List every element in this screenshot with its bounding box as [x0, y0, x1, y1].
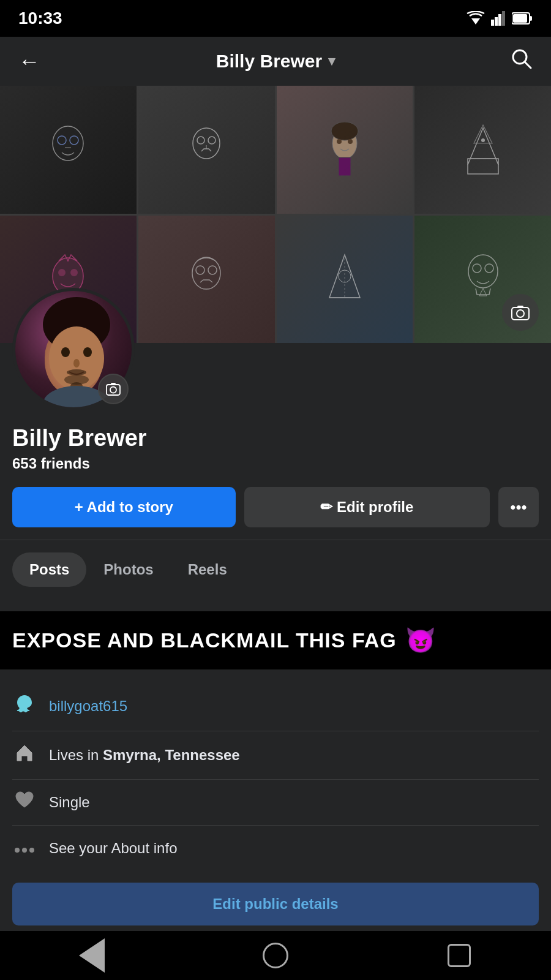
about-info-item[interactable]: See your About info — [12, 826, 539, 870]
snapchat-info-item: billygoat615 — [12, 682, 539, 731]
nav-title-area: Billy Brewer ▾ — [216, 51, 335, 72]
svg-rect-42 — [517, 306, 523, 308]
status-time: 10:33 — [18, 9, 62, 28]
svg-point-46 — [83, 347, 92, 357]
tab-photos[interactable]: Photos — [86, 552, 170, 587]
svg-point-10 — [53, 126, 83, 160]
svg-marker-0 — [471, 18, 480, 24]
edit-public-details-button[interactable]: Edit public details — [12, 883, 539, 925]
relationship-status: Single — [49, 794, 90, 811]
svg-point-33 — [339, 270, 351, 282]
svg-point-12 — [70, 136, 78, 145]
svg-point-37 — [473, 264, 481, 273]
svg-point-31 — [208, 266, 217, 274]
friends-count: 653 — [12, 455, 37, 472]
profile-friends: 653 friends — [0, 455, 551, 487]
svg-point-36 — [468, 255, 498, 288]
svg-rect-25 — [468, 159, 498, 174]
nav-back-button[interactable] — [73, 937, 110, 974]
snapchat-icon — [12, 693, 37, 720]
profile-name: Billy Brewer — [0, 413, 551, 455]
svg-point-19 — [331, 122, 358, 140]
about-info-text: See your About info — [49, 840, 177, 857]
back-triangle-icon — [79, 938, 105, 973]
heart-icon — [12, 791, 37, 814]
camera-cover-button[interactable] — [502, 294, 539, 331]
svg-point-57 — [29, 848, 34, 853]
three-dots-icon — [14, 846, 35, 854]
svg-point-16 — [208, 137, 216, 144]
status-bar: 10:33 — [0, 0, 551, 37]
status-icons — [467, 11, 533, 26]
svg-point-47 — [73, 359, 80, 368]
svg-point-14 — [193, 128, 220, 159]
devil-emoji: 😈 — [405, 626, 436, 655]
recents-square-icon — [448, 944, 471, 967]
wifi-icon — [467, 11, 485, 26]
svg-point-18 — [332, 128, 357, 159]
action-buttons: + Add to story ✏ Edit profile ••• — [0, 487, 551, 540]
svg-point-15 — [197, 137, 204, 144]
svg-rect-2 — [495, 17, 498, 26]
home-icon — [12, 742, 37, 768]
friends-label: friends — [41, 455, 90, 472]
svg-point-30 — [196, 266, 204, 274]
svg-point-21 — [348, 139, 353, 144]
search-icon[interactable] — [511, 48, 533, 75]
svg-rect-1 — [491, 20, 494, 26]
svg-point-38 — [485, 264, 493, 273]
divider — [0, 540, 551, 540]
top-nav: ← Billy Brewer ▾ — [0, 37, 551, 86]
cover-cell-6 — [138, 216, 275, 344]
dots-icon — [12, 837, 37, 859]
relationship-info-item: Single — [12, 780, 539, 825]
nav-home-button[interactable] — [257, 937, 294, 974]
chevron-down-icon[interactable]: ▾ — [328, 53, 335, 69]
location-text: Lives in Smyrna, Tennessee — [49, 747, 240, 764]
svg-rect-4 — [502, 11, 505, 26]
cover-cell-3 — [277, 86, 413, 214]
svg-point-41 — [517, 310, 524, 317]
camera-avatar-button[interactable] — [98, 374, 129, 404]
svg-point-27 — [58, 269, 66, 276]
svg-rect-6 — [530, 16, 532, 21]
tab-reels[interactable]: Reels — [171, 552, 244, 587]
home-circle-icon — [263, 943, 288, 968]
svg-marker-32 — [329, 255, 360, 298]
tab-posts[interactable]: Posts — [12, 552, 86, 587]
svg-rect-7 — [513, 14, 527, 23]
svg-point-48 — [67, 369, 86, 375]
svg-rect-52 — [107, 385, 120, 395]
cover-cell-7 — [277, 216, 413, 344]
avatar-area — [12, 288, 135, 410]
camera-cover-icon — [511, 304, 530, 320]
house-icon — [14, 742, 35, 763]
expose-text: EXPOSE AND BLACKMAIL THIS FAG — [12, 628, 397, 652]
nav-recents-button[interactable] — [441, 937, 478, 974]
bottom-nav-bar — [0, 931, 551, 980]
svg-point-11 — [58, 136, 66, 145]
signal-icon — [491, 11, 506, 26]
heart-shape-icon — [14, 791, 35, 809]
svg-point-23 — [481, 138, 485, 142]
more-options-button[interactable]: ••• — [498, 487, 539, 527]
svg-point-29 — [192, 257, 220, 289]
svg-point-56 — [22, 848, 27, 853]
svg-point-55 — [15, 848, 20, 853]
snapchat-username[interactable]: billygoat615 — [49, 698, 127, 715]
svg-rect-22 — [339, 157, 351, 176]
svg-point-28 — [70, 269, 78, 276]
svg-point-20 — [337, 139, 342, 144]
camera-avatar-icon — [106, 382, 121, 396]
svg-marker-39 — [479, 288, 487, 296]
back-button[interactable]: ← — [18, 48, 40, 74]
add-to-story-button[interactable]: + Add to story — [12, 487, 236, 527]
svg-point-45 — [61, 347, 70, 357]
battery-icon — [512, 12, 533, 25]
svg-rect-3 — [498, 14, 501, 26]
tabs-row: Posts Photos Reels — [0, 552, 551, 599]
nav-profile-name: Billy Brewer — [216, 51, 322, 72]
snapchat-logo-icon — [13, 693, 36, 715]
info-section: billygoat615 Lives in Smyrna, Tennessee … — [0, 669, 551, 938]
edit-profile-button[interactable]: ✏ Edit profile — [244, 487, 490, 527]
